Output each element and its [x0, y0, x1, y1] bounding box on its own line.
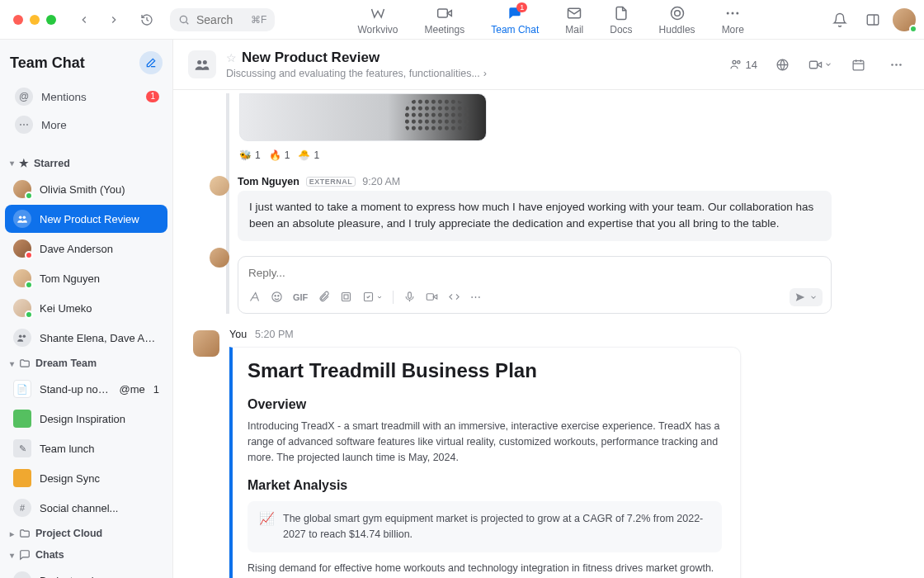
svg-line-1: [186, 21, 189, 24]
history-icon[interactable]: [134, 7, 160, 33]
tab-more[interactable]: More: [719, 2, 747, 37]
screenshot-icon[interactable]: [340, 291, 352, 303]
svg-marker-40: [434, 295, 437, 299]
search-box[interactable]: ⌘F: [170, 8, 275, 31]
attach-icon[interactable]: [318, 291, 330, 303]
reaction[interactable]: 🐝1: [239, 149, 261, 161]
avatar[interactable]: [210, 176, 229, 196]
sidebar-item-label: Brainstorming: [40, 575, 159, 579]
hash-icon: #: [13, 499, 31, 517]
gif-button[interactable]: GIF: [293, 292, 308, 302]
group-icon: [13, 210, 31, 228]
document-card[interactable]: Smart Treadmill Business Plan Overview I…: [229, 347, 741, 579]
members-count[interactable]: 14: [729, 58, 757, 71]
sidebar-item-team-lunch[interactable]: ✎ Team lunch: [5, 434, 167, 462]
svg-rect-2: [438, 9, 448, 17]
nav-back[interactable]: [71, 7, 97, 33]
sidebar-item-olivia[interactable]: Olivia Smith (You): [5, 175, 167, 203]
sidebar-item-more[interactable]: ⋯ More: [5, 111, 167, 139]
code-icon[interactable]: [448, 291, 460, 303]
sidebar-item-kei[interactable]: Kei Umeko: [5, 294, 167, 322]
panel-toggle-icon[interactable]: [860, 7, 886, 33]
section-label: Dream Team: [35, 358, 97, 369]
profile-avatar[interactable]: [893, 8, 916, 31]
reaction[interactable]: 🐣1: [298, 149, 319, 161]
group-icon: [13, 571, 31, 578]
more-icon[interactable]: [883, 51, 909, 78]
sidebar-item-group-chat[interactable]: Shante Elena, Dave Anderson...: [5, 324, 167, 352]
sidebar-item-label: Social channel...: [40, 502, 159, 514]
tab-label: Mail: [565, 24, 583, 36]
thread: 🐝1 🔥1 🐣1 Tom Nguyen EXTERNAL 9:20 AM: [226, 93, 908, 314]
sidebar-item-label: Dave Anderson: [40, 243, 159, 255]
tab-mail[interactable]: Mail: [562, 2, 587, 37]
tab-huddles[interactable]: Huddles: [656, 2, 699, 37]
image-attachment[interactable]: [239, 93, 487, 141]
channel-description[interactable]: Discussing and evaluating the features, …: [226, 68, 719, 79]
sidebar-item-design-sync[interactable]: Design Sync: [5, 464, 167, 492]
svg-point-21: [737, 61, 739, 64]
search-input[interactable]: [196, 13, 244, 26]
chevron-down-icon: [824, 60, 832, 69]
sidebar-item-design-inspiration[interactable]: Design Inspiration: [5, 405, 167, 433]
mic-icon[interactable]: [403, 291, 416, 303]
svg-marker-24: [817, 62, 821, 67]
close-window[interactable]: [13, 15, 23, 25]
tab-team-chat[interactable]: 1 Team Chat: [488, 2, 542, 37]
chevron-down-icon: [809, 293, 818, 301]
section-starred[interactable]: ▾ ★ Starred: [0, 152, 172, 174]
reply-input[interactable]: [248, 267, 821, 279]
sidebar: Team Chat @ Mentions 1 ⋯ More ▾ ★ Starre…: [0, 40, 173, 578]
workvivo-icon: [369, 4, 387, 22]
sidebar-item-dave[interactable]: Dave Anderson: [5, 235, 167, 263]
sidebar-item-brainstorming[interactable]: Brainstorming: [5, 566, 167, 578]
sidebar-item-standup[interactable]: 📄 Stand-up notes @me 1: [5, 375, 167, 403]
chevron-down-icon: ▾: [10, 359, 14, 368]
format-icon[interactable]: [248, 291, 261, 303]
nav-forward[interactable]: [101, 7, 127, 33]
svg-point-20: [733, 60, 736, 64]
globe-icon[interactable]: [769, 51, 795, 78]
emoji-icon[interactable]: [271, 291, 283, 303]
channel-icon[interactable]: [188, 50, 216, 78]
minimize-window[interactable]: [30, 15, 40, 25]
section-chats[interactable]: ▾ Chats: [0, 544, 172, 566]
doc-title: Smart Treadmill Business Plan: [248, 359, 722, 382]
svg-rect-10: [867, 15, 879, 25]
sidebar-item-label: New Product Review: [40, 213, 159, 225]
message-list: 🐝1 🔥1 🐣1 Tom Nguyen EXTERNAL 9:20 AM: [173, 90, 924, 578]
svg-point-30: [895, 64, 898, 66]
section-dream-team[interactable]: ▾ Dream Team: [0, 353, 172, 374]
star-icon[interactable]: ☆: [226, 51, 237, 64]
svg-rect-36: [344, 295, 348, 299]
notifications-icon[interactable]: [827, 7, 853, 33]
section-project-cloud[interactable]: ▸ Project Cloud: [0, 523, 172, 544]
calendar-icon[interactable]: [845, 51, 871, 78]
reply-composer[interactable]: GIF ⋯: [238, 256, 832, 314]
record-icon[interactable]: [426, 291, 438, 303]
maximize-window[interactable]: [46, 15, 56, 25]
video-call-button[interactable]: [807, 51, 833, 78]
tab-meetings[interactable]: Meetings: [422, 2, 469, 37]
main: ☆ New Product Review Discussing and eval…: [173, 40, 924, 578]
svg-point-6: [674, 10, 680, 16]
reply-composer-row: GIF ⋯: [239, 248, 908, 314]
sidebar-item-tom[interactable]: Tom Nguyen: [5, 264, 167, 292]
mail-icon: [565, 4, 583, 22]
avatar: [13, 180, 31, 198]
tab-workvivo[interactable]: Workvivo: [354, 2, 401, 37]
link-icon[interactable]: [362, 291, 383, 303]
author-name: You: [229, 329, 247, 340]
reaction[interactable]: 🔥1: [269, 149, 290, 161]
send-button[interactable]: [790, 288, 823, 306]
star-icon: ★: [19, 157, 29, 169]
sidebar-item-mentions[interactable]: @ Mentions 1: [5, 83, 167, 111]
more-icon[interactable]: ⋯: [470, 291, 481, 303]
avatar[interactable]: [193, 330, 219, 357]
sidebar-item-social-channel[interactable]: # Social channel...: [5, 494, 167, 522]
sidebar-item-new-product-review[interactable]: New Product Review: [5, 205, 167, 233]
compose-button[interactable]: [139, 51, 163, 74]
message: Tom Nguyen EXTERNAL 9:20 AM I just wante…: [239, 176, 908, 241]
tab-docs[interactable]: Docs: [606, 2, 635, 37]
tab-label: Huddles: [659, 24, 695, 36]
